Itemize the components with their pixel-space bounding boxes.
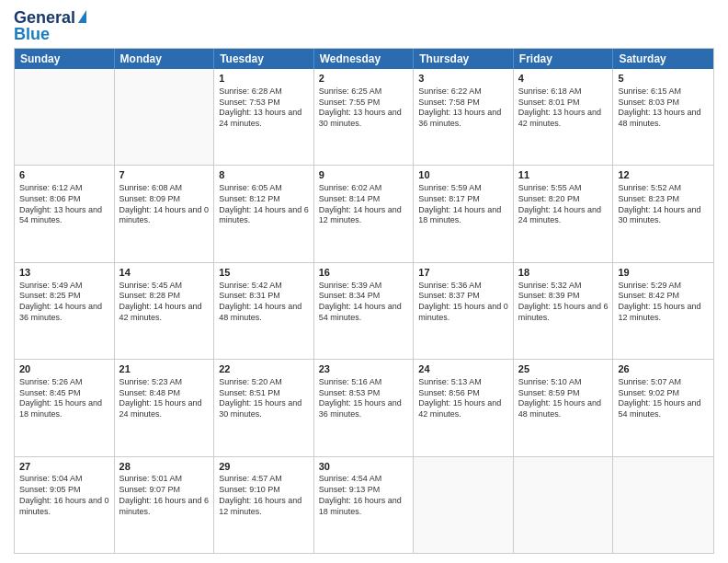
calendar-cell [414,457,514,553]
calendar-cell: 12Sunrise: 5:52 AM Sunset: 8:23 PM Dayli… [613,166,713,261]
day-number: 20 [19,362,109,376]
day-info: Sunrise: 5:36 AM Sunset: 8:37 PM Dayligh… [418,281,508,324]
day-number: 11 [518,168,609,182]
day-number: 24 [418,362,508,376]
calendar-cell: 6Sunrise: 6:12 AM Sunset: 8:06 PM Daylig… [15,166,115,261]
calendar-cell [514,457,614,553]
day-number: 26 [618,362,709,376]
day-number: 17 [418,266,508,280]
day-info: Sunrise: 5:01 AM Sunset: 9:07 PM Dayligh… [119,474,210,517]
day-number: 6 [19,168,109,182]
day-info: Sunrise: 6:02 AM Sunset: 8:14 PM Dayligh… [319,183,409,226]
day-info: Sunrise: 5:39 AM Sunset: 8:34 PM Dayligh… [319,281,409,324]
logo-triangle-icon [78,10,86,23]
calendar-cell: 21Sunrise: 5:23 AM Sunset: 8:48 PM Dayli… [115,360,215,455]
calendar-cell: 13Sunrise: 5:49 AM Sunset: 8:25 PM Dayli… [15,263,115,359]
calendar-cell: 24Sunrise: 5:13 AM Sunset: 8:56 PM Dayli… [414,360,514,455]
day-info: Sunrise: 5:20 AM Sunset: 8:51 PM Dayligh… [219,377,309,420]
calendar-week-1: 1Sunrise: 6:28 AM Sunset: 7:53 PM Daylig… [15,69,713,166]
calendar-cell: 14Sunrise: 5:45 AM Sunset: 8:28 PM Dayli… [115,263,215,359]
day-info: Sunrise: 5:32 AM Sunset: 8:39 PM Dayligh… [518,281,609,324]
day-info: Sunrise: 6:12 AM Sunset: 8:06 PM Dayligh… [19,183,109,226]
calendar-cell [115,69,215,165]
calendar-cell: 28Sunrise: 5:01 AM Sunset: 9:07 PM Dayli… [115,457,215,553]
page: General Blue SundayMondayTuesdayWednesda… [0,0,728,563]
calendar: SundayMondayTuesdayWednesdayThursdayFrid… [14,48,714,554]
day-info: Sunrise: 6:05 AM Sunset: 8:12 PM Dayligh… [219,183,309,226]
day-number: 10 [418,168,508,182]
calendar-cell: 11Sunrise: 5:55 AM Sunset: 8:20 PM Dayli… [514,166,614,261]
day-info: Sunrise: 5:26 AM Sunset: 8:45 PM Dayligh… [19,377,109,420]
day-number: 27 [19,460,109,474]
day-info: Sunrise: 5:45 AM Sunset: 8:28 PM Dayligh… [119,281,210,324]
day-number: 18 [518,266,609,280]
day-info: Sunrise: 6:15 AM Sunset: 8:03 PM Dayligh… [618,86,709,130]
day-info: Sunrise: 6:22 AM Sunset: 7:58 PM Dayligh… [418,86,508,130]
day-number: 16 [319,266,409,280]
calendar-cell: 5Sunrise: 6:15 AM Sunset: 8:03 PM Daylig… [613,69,713,165]
day-info: Sunrise: 5:52 AM Sunset: 8:23 PM Dayligh… [618,183,709,226]
day-number: 21 [119,362,210,376]
day-number: 25 [518,362,609,376]
calendar-cell: 25Sunrise: 5:10 AM Sunset: 8:59 PM Dayli… [514,360,614,455]
day-number: 7 [119,168,210,182]
calendar-cell: 2Sunrise: 6:25 AM Sunset: 7:55 PM Daylig… [314,69,415,165]
calendar-cell [613,457,713,553]
calendar-cell: 8Sunrise: 6:05 AM Sunset: 8:12 PM Daylig… [214,166,314,261]
calendar-cell: 9Sunrise: 6:02 AM Sunset: 8:14 PM Daylig… [314,166,415,261]
day-info: Sunrise: 4:57 AM Sunset: 9:10 PM Dayligh… [219,474,309,517]
calendar-body: 1Sunrise: 6:28 AM Sunset: 7:53 PM Daylig… [15,69,713,553]
calendar-header: SundayMondayTuesdayWednesdayThursdayFrid… [15,49,713,69]
day-info: Sunrise: 6:08 AM Sunset: 8:09 PM Dayligh… [119,183,210,226]
day-info: Sunrise: 5:13 AM Sunset: 8:56 PM Dayligh… [418,377,508,420]
day-number: 8 [219,168,309,182]
day-info: Sunrise: 4:54 AM Sunset: 9:13 PM Dayligh… [319,474,409,517]
calendar-cell: 16Sunrise: 5:39 AM Sunset: 8:34 PM Dayli… [314,263,415,359]
calendar-cell: 27Sunrise: 5:04 AM Sunset: 9:05 PM Dayli… [15,457,115,553]
day-number: 19 [618,266,709,280]
calendar-cell: 29Sunrise: 4:57 AM Sunset: 9:10 PM Dayli… [214,457,314,553]
calendar-cell: 10Sunrise: 5:59 AM Sunset: 8:17 PM Dayli… [414,166,514,261]
day-header-tuesday: Tuesday [214,49,314,69]
calendar-cell: 1Sunrise: 6:28 AM Sunset: 7:53 PM Daylig… [214,69,314,165]
day-number: 9 [319,168,409,182]
day-number: 13 [19,266,109,280]
day-header-sunday: Sunday [15,49,115,69]
logo-blue: Blue [14,26,50,42]
calendar-cell: 15Sunrise: 5:42 AM Sunset: 8:31 PM Dayli… [214,263,314,359]
day-header-wednesday: Wednesday [314,49,415,69]
day-info: Sunrise: 5:10 AM Sunset: 8:59 PM Dayligh… [518,377,609,420]
day-info: Sunrise: 5:55 AM Sunset: 8:20 PM Dayligh… [518,183,609,226]
day-header-monday: Monday [115,49,215,69]
calendar-cell [15,69,115,165]
calendar-week-5: 27Sunrise: 5:04 AM Sunset: 9:05 PM Dayli… [15,457,713,553]
day-info: Sunrise: 5:23 AM Sunset: 8:48 PM Dayligh… [119,377,210,420]
day-number: 30 [319,460,409,474]
logo-general: General [14,9,75,26]
calendar-cell: 19Sunrise: 5:29 AM Sunset: 8:42 PM Dayli… [613,263,713,359]
day-number: 12 [618,168,709,182]
day-number: 3 [418,72,508,86]
calendar-cell: 23Sunrise: 5:16 AM Sunset: 8:53 PM Dayli… [314,360,415,455]
day-number: 5 [618,72,709,86]
calendar-cell: 7Sunrise: 6:08 AM Sunset: 8:09 PM Daylig… [115,166,215,261]
header: General Blue [14,9,714,42]
day-info: Sunrise: 5:04 AM Sunset: 9:05 PM Dayligh… [19,474,109,517]
calendar-cell: 3Sunrise: 6:22 AM Sunset: 7:58 PM Daylig… [414,69,514,165]
day-info: Sunrise: 5:07 AM Sunset: 9:02 PM Dayligh… [618,377,709,420]
day-info: Sunrise: 6:18 AM Sunset: 8:01 PM Dayligh… [518,86,609,130]
day-number: 22 [219,362,309,376]
day-number: 15 [219,266,309,280]
day-info: Sunrise: 6:28 AM Sunset: 7:53 PM Dayligh… [219,86,309,130]
calendar-week-3: 13Sunrise: 5:49 AM Sunset: 8:25 PM Dayli… [15,263,713,360]
calendar-week-2: 6Sunrise: 6:12 AM Sunset: 8:06 PM Daylig… [15,166,713,262]
calendar-cell: 30Sunrise: 4:54 AM Sunset: 9:13 PM Dayli… [314,457,415,553]
calendar-cell: 22Sunrise: 5:20 AM Sunset: 8:51 PM Dayli… [214,360,314,455]
day-number: 23 [319,362,409,376]
calendar-cell: 18Sunrise: 5:32 AM Sunset: 8:39 PM Dayli… [514,263,614,359]
day-number: 29 [219,460,309,474]
day-header-friday: Friday [514,49,614,69]
day-info: Sunrise: 6:25 AM Sunset: 7:55 PM Dayligh… [319,86,409,130]
day-info: Sunrise: 5:29 AM Sunset: 8:42 PM Dayligh… [618,281,709,324]
calendar-cell: 4Sunrise: 6:18 AM Sunset: 8:01 PM Daylig… [514,69,614,165]
